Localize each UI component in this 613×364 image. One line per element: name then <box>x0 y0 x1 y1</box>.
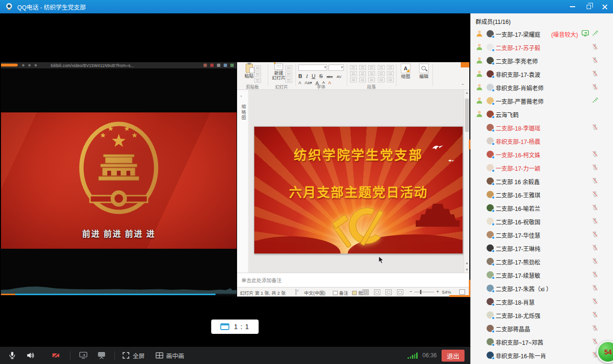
member-right-icons <box>591 284 599 293</box>
layout-reset-buttons[interactable] <box>285 66 292 83</box>
member-row[interactable]: 非织支部-16-陈一肖 <box>471 348 613 362</box>
draw-button[interactable]: A 绘图 <box>399 64 412 79</box>
browser-address-bar[interactable]: bilibili.com/video/BV15W411N9oB?from=s..… <box>1 62 237 68</box>
member-row[interactable]: 一支部-16-柯文姝 <box>471 147 613 161</box>
bilibili-video-player[interactable]: 前进 前进 前进 进 <box>1 68 237 297</box>
member-name: 非织支部-16-陈一肖 <box>496 352 546 360</box>
zoom-slider[interactable] <box>414 292 434 292</box>
member-status-person-icon <box>476 30 483 37</box>
online-indicator <box>492 276 495 279</box>
member-name: 二支部-17-王琳纯 <box>496 244 540 253</box>
reading-view-button[interactable] <box>386 289 392 295</box>
normal-view-button[interactable] <box>363 289 369 295</box>
member-row[interactable]: 二支部-18-肖慧 <box>471 295 613 308</box>
online-indicator <box>492 62 495 65</box>
fullscreen-button[interactable]: 全屏 <box>122 347 145 364</box>
member-row[interactable]: 云海飞鹤 <box>471 107 613 121</box>
speaker-button[interactable] <box>24 347 36 364</box>
ppt-vertical-scrollbar[interactable]: ▲ ▲ ▼ <box>464 90 469 273</box>
new-slide-button[interactable]: 新建幻灯片 <box>271 64 287 80</box>
pip-label: 画中画 <box>166 351 184 360</box>
member-row[interactable]: 二支部 16 余毅鑫 <box>471 174 613 188</box>
zoom-in-button[interactable]: + <box>436 289 439 294</box>
ppt-editing-area: › 缩略图 纺织学院学生党支部 六月支部主题党日活动 <box>237 90 469 273</box>
spellcheck-icon[interactable] <box>295 289 296 295</box>
notes-pane[interactable]: 单击此处添加备注 <box>237 273 469 287</box>
member-row[interactable]: 二支部-18-李璐瑶 <box>471 121 613 134</box>
member-row[interactable]: 二支部-17-苏子毅 <box>471 40 613 54</box>
restore-button[interactable] <box>580 0 597 13</box>
avatar <box>487 285 494 292</box>
call-toolbar: 全屏 画中画 06:36 退出 <box>0 347 470 364</box>
font-style-buttons[interactable]: B I U S abc AV <box>298 73 345 79</box>
member-row[interactable]: 非织支部-肖娟老师 <box>471 80 613 94</box>
member-row[interactable]: 二支部蒋晶晶 <box>471 321 613 335</box>
collapse-ribbon-button[interactable]: ⌃ <box>461 83 465 88</box>
member-row[interactable]: 二支部-17-华佳慧 <box>471 228 613 241</box>
member-row[interactable]: 二支部-16-祝敬国 <box>471 214 613 228</box>
member-right-icons <box>591 271 599 280</box>
thumbnail-pane-collapsed[interactable]: › 缩略图 <box>237 90 249 273</box>
font-name-select[interactable] <box>298 65 327 71</box>
online-indicator <box>492 183 495 186</box>
zoom-out-button[interactable]: − <box>409 289 412 294</box>
picture-in-picture-button[interactable]: 画中画 <box>155 347 184 364</box>
member-row[interactable]: 二支部-17-王琳纯 <box>471 241 613 254</box>
member-row[interactable]: 二支部-18-尤烁强 <box>471 308 613 321</box>
cut-copy-painter-buttons[interactable] <box>254 66 261 83</box>
member-row[interactable]: 一支部-17-梁耀庭 (噪音较大) <box>471 27 613 40</box>
shared-powerpoint-window[interactable]: 粘贴 新建幻灯片 B I <box>237 62 469 297</box>
avatar <box>487 44 494 51</box>
toolbar-divider <box>70 351 70 360</box>
member-row[interactable]: 二支部-17-熊劲松 <box>471 254 613 268</box>
camera-off-button[interactable] <box>49 347 63 364</box>
edit-button[interactable]: 编辑 <box>417 64 431 79</box>
screen-share-button[interactable] <box>77 347 90 364</box>
fit-to-window-button[interactable] <box>459 289 465 295</box>
exit-call-button[interactable]: 退出 <box>442 350 465 362</box>
online-indicator <box>492 330 495 333</box>
close-button[interactable] <box>597 0 613 13</box>
slideshow-button[interactable] <box>397 289 403 295</box>
shared-browser-window[interactable]: bilibili.com/video/BV15W411N9oB?from=s..… <box>1 62 237 297</box>
member-right-icons <box>591 338 599 347</box>
online-indicator <box>492 223 495 226</box>
language-status[interactable]: 中文(中国) <box>304 289 325 296</box>
member-name: 二支部-17-熊劲松 <box>496 258 540 266</box>
member-name: 二支部-16-喻若兰 <box>496 204 540 212</box>
minimize-button[interactable] <box>564 0 580 13</box>
thumbnail-pane-label: 缩略图 <box>240 104 247 121</box>
zoom-percent[interactable]: 54% <box>442 289 451 295</box>
video-progress-bar[interactable] <box>1 294 237 295</box>
dove-icon <box>431 143 444 152</box>
slide-canvas[interactable]: 纺织学院学生党支部 六月支部主题党日活动 <box>249 90 464 273</box>
member-row[interactable]: 二支部-17-朱茜（xi ） <box>471 281 613 295</box>
member-row[interactable]: 非织支部-17-杨晨 <box>471 134 613 147</box>
prev-slide-icon[interactable]: ▲ <box>464 260 470 266</box>
notes-toggle[interactable]: 备注 <box>333 289 348 296</box>
member-row[interactable]: 二支部-李亮老师 <box>471 54 613 67</box>
online-indicator <box>492 250 495 253</box>
member-row[interactable]: 非织支部-17-袁波 <box>471 67 613 80</box>
member-row[interactable]: 二支部-16-喻若兰 <box>471 201 613 214</box>
avatar <box>487 124 494 131</box>
next-slide-icon[interactable]: ▼ <box>464 267 470 273</box>
avatar <box>487 137 494 144</box>
microphone-button[interactable] <box>6 347 18 364</box>
member-row[interactable]: 一支部-严蔷薇老师 <box>471 94 613 107</box>
member-row[interactable]: 非织支部~17~邓茜 <box>471 335 613 348</box>
slide-sorter-view-button[interactable] <box>374 289 380 295</box>
member-right-icons <box>591 311 599 320</box>
zoom-slider-thumb[interactable] <box>420 290 421 294</box>
scroll-up-icon[interactable]: ▲ <box>464 90 470 96</box>
member-row[interactable]: 二支部-16-王雅琪 <box>471 188 613 201</box>
member-row[interactable]: 一支部-17-力一颖 <box>471 161 613 174</box>
font-size-select[interactable] <box>329 65 344 71</box>
online-indicator <box>492 116 495 119</box>
mic-muted-icon <box>591 204 599 213</box>
scrollbar-thumb[interactable] <box>465 99 469 132</box>
member-row[interactable]: 二支部-17-续慧敏 <box>471 268 613 281</box>
ratio-1-1-button[interactable]: 1 : 1 <box>211 320 259 334</box>
paragraph-group[interactable] <box>350 65 394 82</box>
presentation-button[interactable] <box>95 347 108 364</box>
